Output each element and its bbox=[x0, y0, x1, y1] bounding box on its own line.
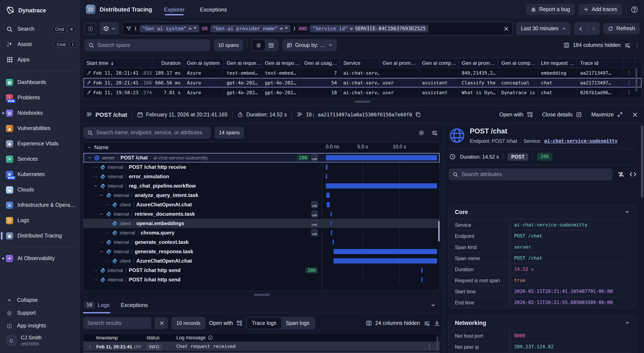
col-gen-ai-prom[interactable]: Gen ai prom… bbox=[380, 58, 419, 68]
sidebar-item-vulnerabilities[interactable]: ▲Vulnerabilities bbox=[0, 121, 80, 136]
maximize-button[interactable]: Maximize bbox=[591, 112, 623, 117]
col-status[interactable]: status bbox=[146, 335, 176, 340]
query-chip-gen-ai-system[interactable]: "Gen ai system" = * bbox=[140, 25, 199, 33]
logs-columns-hidden-button[interactable]: 24 columns hidden bbox=[366, 320, 420, 326]
span-duration-bar[interactable] bbox=[330, 211, 332, 217]
log-chip-icon[interactable]: LOG bbox=[311, 229, 318, 236]
waterfall-span-row[interactable]: −internal|generate_response.task bbox=[84, 247, 440, 256]
chevron-down-icon[interactable] bbox=[625, 320, 630, 325]
tab-logs[interactable]: 10 Logs bbox=[83, 297, 110, 313]
waterfall-span-row[interactable]: internal|POST /chat http send200 bbox=[84, 266, 440, 275]
log-chip-icon[interactable]: LOG bbox=[311, 201, 318, 208]
collapse-toggle[interactable]: − bbox=[93, 183, 98, 189]
col-gen-ai-system[interactable]: Gen ai system bbox=[184, 58, 224, 68]
close-icon[interactable] bbox=[632, 112, 638, 117]
collapse-logs-icon[interactable] bbox=[430, 302, 440, 308]
attribute-row[interactable]: Net peer ip209.237.124.82 bbox=[455, 341, 630, 352]
span-duration-bar[interactable] bbox=[326, 155, 437, 160]
waterfall-span-row[interactable]: −server|POST /chat|ai-chat-service-sudos… bbox=[84, 153, 440, 162]
search-attributes-input[interactable]: Search attributes bbox=[448, 168, 612, 180]
details-scrollbar[interactable] bbox=[641, 125, 643, 198]
col-trace-id[interactable]: Trace id bbox=[577, 58, 623, 68]
col-llm-request[interactable]: Llm request … bbox=[538, 58, 577, 68]
footer-item-app-insights[interactable]: ◫App insights bbox=[0, 319, 80, 332]
format-rows-icon[interactable] bbox=[432, 129, 438, 136]
attribute-row[interactable]: Serviceai-chat-service-sudosmitty bbox=[455, 219, 630, 230]
waterfall-span-row[interactable]: −internal|analyze_query_intent.task bbox=[84, 191, 440, 200]
attribute-row[interactable]: Server addresslocalhost bbox=[455, 352, 630, 353]
collapse-toggle[interactable]: − bbox=[99, 211, 104, 217]
trace-logs-toggle[interactable]: Trace logs bbox=[247, 318, 281, 329]
sidebar-item-dashboards[interactable]: ▦Dashboards bbox=[0, 75, 80, 90]
tab-explorer[interactable]: Explorer bbox=[163, 1, 186, 18]
segment-selector[interactable] bbox=[100, 22, 119, 35]
logs-search-input[interactable]: Search results bbox=[83, 317, 151, 329]
col-gen-ai-comp[interactable]: Gen ai comp… bbox=[419, 58, 459, 68]
sidebar-item-search[interactable]: SearchCmdK bbox=[0, 21, 80, 37]
collapse-all-icon[interactable]: − bbox=[88, 145, 91, 151]
waterfall-span-row[interactable]: −internal|retrieve_documents.taskLOG bbox=[84, 209, 440, 219]
waterfall-span-row[interactable]: client|AzureChatOpenAI.chatLOG bbox=[84, 200, 440, 209]
sidebar-item-services[interactable]: ✶Services bbox=[0, 151, 80, 167]
waterfall-span-row[interactable]: internal|POST /chat http send bbox=[84, 275, 440, 284]
row-menu-icon[interactable]: ⋮ bbox=[623, 90, 635, 96]
format-rows-icon[interactable] bbox=[624, 42, 631, 48]
log-chip-icon[interactable]: LOG bbox=[311, 220, 318, 227]
tab-exceptions-logs[interactable]: Exceptions bbox=[120, 297, 149, 312]
waterfall-scrollbar[interactable] bbox=[438, 221, 440, 241]
col-gen-ai-comp[interactable]: Gen ai comp… bbox=[498, 58, 538, 68]
report-bug-button[interactable]: Report a bug bbox=[526, 4, 575, 15]
logs-open-with-button[interactable]: Open with bbox=[209, 320, 242, 326]
logs-scrollbar[interactable] bbox=[436, 336, 438, 351]
table-row[interactable]: Feb 11, 19:58:23.5747.81 sAzuregpt-4o-20… bbox=[84, 87, 642, 97]
time-forward-button[interactable] bbox=[587, 22, 600, 35]
spans-table-scrollbar[interactable] bbox=[636, 68, 637, 92]
open-with-button[interactable]: Open with bbox=[500, 112, 533, 117]
col-duration[interactable]: Duration bbox=[152, 58, 184, 68]
col-timestamp[interactable]: timestamp bbox=[96, 335, 146, 340]
span-duration-bar[interactable] bbox=[330, 221, 332, 226]
span-duration-bar[interactable] bbox=[326, 202, 330, 207]
collapse-toggle[interactable]: − bbox=[99, 192, 104, 198]
user-account[interactable]: C CJ Smith zrk0505h bbox=[0, 332, 80, 350]
waterfall-span-row[interactable]: client|openai.embeddingsLOG bbox=[84, 219, 440, 228]
table-row[interactable]: Feb 11, 20:21:41.833189.17 msAzuretext-e… bbox=[84, 68, 642, 78]
group-by-dropdown[interactable]: Group by: … bbox=[282, 39, 337, 51]
waterfall-search-input[interactable]: Search name, endpoint, service, or attri… bbox=[83, 127, 211, 139]
col-gen-ai-respo[interactable]: Gen ai respo… bbox=[262, 58, 300, 68]
sidebar-item-ai-observability[interactable]: ✶AI Observability bbox=[0, 251, 80, 266]
collapse-toggle[interactable]: − bbox=[99, 248, 104, 254]
footer-item-collapse[interactable]: «Collapse bbox=[0, 294, 80, 306]
help-icon[interactable] bbox=[631, 6, 638, 13]
row-menu-icon[interactable]: ⋮ bbox=[623, 80, 635, 86]
attribute-row[interactable]: Net host port8000 bbox=[455, 330, 630, 341]
table-view-toggle[interactable] bbox=[265, 40, 278, 50]
dql-filter-input[interactable]: ( "Gen ai system" = * OR "Gen ai provide… bbox=[122, 22, 513, 35]
copy-icon[interactable] bbox=[415, 112, 420, 117]
col-service[interactable]: Service bbox=[340, 58, 380, 68]
span-duration-bar[interactable] bbox=[326, 193, 330, 198]
sidebar-item-logs[interactable]: ☰Logs bbox=[0, 213, 80, 228]
sidebar-item-clouds[interactable]: ☁Clouds bbox=[0, 182, 80, 197]
more-options-icon[interactable]: ⋮ bbox=[635, 42, 640, 48]
sidebar-item-distributed-tracing[interactable]: ▣Distributed Tracing bbox=[0, 228, 80, 243]
attribute-row[interactable]: EndpointPOST /chat bbox=[455, 230, 630, 241]
tab-exceptions[interactable]: Exceptions bbox=[199, 1, 228, 18]
download-icon[interactable] bbox=[434, 320, 440, 326]
query-chip-service-id[interactable]: "Service id" = SERVICE-84C1D637693D2525 bbox=[310, 25, 428, 33]
collapse-toggle[interactable]: − bbox=[87, 155, 92, 161]
row-menu-icon[interactable]: ⋮ bbox=[427, 343, 432, 349]
col-gen-ai-prom[interactable]: Gen ai prom… bbox=[459, 58, 498, 68]
format-rows-icon[interactable] bbox=[424, 320, 430, 326]
span-logs-toggle[interactable]: Span logs bbox=[281, 318, 314, 329]
sidebar-item-infrastructure-operati[interactable]: ≣Infrastructure & Operati… bbox=[0, 197, 80, 213]
add-traces-button[interactable]: Add traces bbox=[579, 4, 622, 15]
query-chip-gen-ai-provider[interactable]: "Gen ai provider name" = * bbox=[210, 25, 290, 33]
collapse-panel-icon[interactable] bbox=[84, 23, 96, 35]
attribute-row[interactable]: Span kindserver bbox=[455, 241, 630, 252]
close-details-button[interactable]: Close details bbox=[542, 112, 582, 117]
log-chip-icon[interactable]: LOG bbox=[311, 154, 318, 161]
waterfall-span-row[interactable]: internal|generate_context.task bbox=[84, 237, 440, 247]
brand[interactable]: Dynatrace bbox=[0, 0, 80, 21]
span-duration-bar[interactable] bbox=[334, 249, 437, 254]
